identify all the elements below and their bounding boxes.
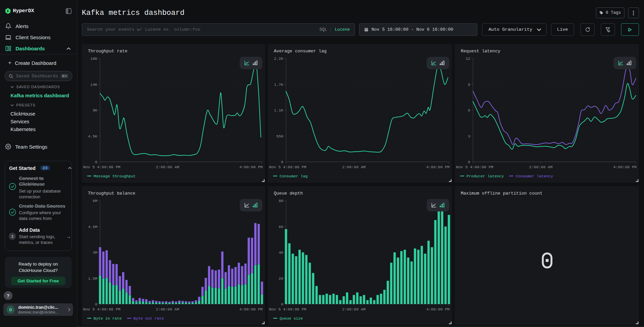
svg-text:Nov 5 4:00:00 PM: Nov 5 4:00:00 PM — [83, 307, 121, 311]
svg-text:0: 0 — [468, 160, 470, 164]
svg-text:4:00:00 PM: 4:00:00 PM — [239, 165, 263, 169]
svg-text:14K: 14K — [90, 82, 97, 87]
svg-text:40: 40 — [279, 250, 283, 255]
svg-text:9K: 9K — [93, 108, 97, 112]
svg-text:2:00:00 AM: 2:00:00 AM — [342, 307, 365, 311]
svg-text:0: 0 — [95, 302, 97, 306]
svg-text:0: 0 — [95, 160, 97, 164]
svg-text:2:00:00 AM: 2:00:00 AM — [342, 165, 365, 169]
svg-text:0: 0 — [281, 160, 283, 164]
svg-text:4.5M: 4.5M — [88, 225, 97, 229]
svg-text:Nov 5 4:00:00 PM: Nov 5 4:00:00 PM — [269, 165, 307, 169]
svg-text:6: 6 — [468, 108, 470, 112]
svg-text:0: 0 — [281, 302, 283, 306]
svg-text:1.5M: 1.5M — [88, 276, 97, 281]
svg-text:4:00:00 PM: 4:00:00 PM — [239, 307, 263, 311]
svg-text:4.5K: 4.5K — [88, 134, 97, 139]
svg-text:60: 60 — [279, 225, 283, 229]
svg-text:12: 12 — [466, 56, 470, 61]
svg-text:20: 20 — [279, 276, 283, 281]
svg-text:550: 550 — [276, 134, 283, 139]
svg-text:4:00:00 PM: 4:00:00 PM — [613, 165, 637, 169]
svg-text:6M: 6M — [93, 199, 97, 203]
svg-text:9: 9 — [468, 82, 470, 87]
svg-text:Nov 5 4:00:00 PM: Nov 5 4:00:00 PM — [269, 307, 307, 311]
svg-text:2:00:00 AM: 2:00:00 AM — [156, 307, 179, 311]
svg-text:3M: 3M — [93, 250, 97, 255]
svg-text:80: 80 — [279, 199, 283, 203]
svg-text:18K: 18K — [90, 56, 97, 61]
svg-text:2:00:00 AM: 2:00:00 AM — [156, 165, 179, 169]
svg-text:2:00:00 AM: 2:00:00 AM — [529, 165, 552, 169]
svg-text:3: 3 — [468, 134, 470, 139]
svg-text:4:00:00 PM: 4:00:00 PM — [426, 165, 450, 169]
svg-text:1.7K: 1.7K — [274, 82, 283, 87]
svg-text:4:00:00 PM: 4:00:00 PM — [426, 307, 450, 311]
svg-text:Nov 5 4:00:00 PM: Nov 5 4:00:00 PM — [83, 165, 121, 169]
svg-text:Nov 5 4:00:00 PM: Nov 5 4:00:00 PM — [456, 165, 494, 169]
svg-text:1.1K: 1.1K — [274, 108, 283, 112]
svg-text:2.2K: 2.2K — [274, 56, 283, 61]
